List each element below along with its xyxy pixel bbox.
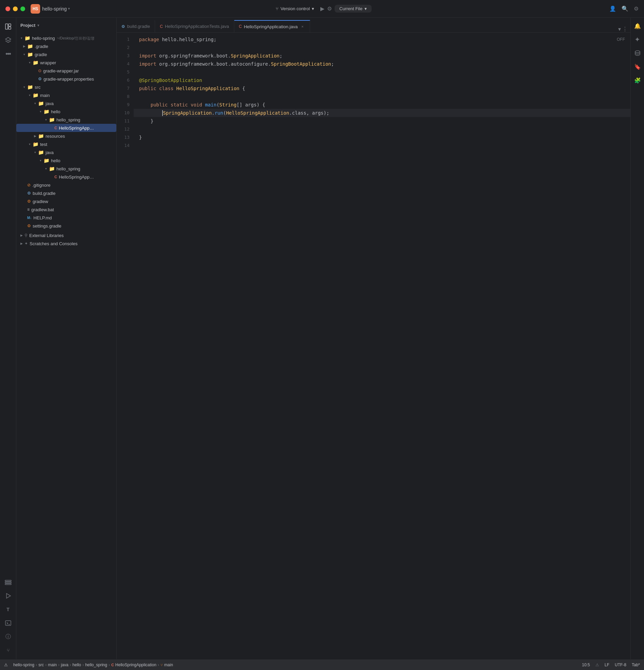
sidebar-title[interactable]: Project ▾ [21,23,39,28]
tab-split-icon[interactable]: ▾ [618,26,621,32]
activity-git-icon[interactable]: ⑂ [2,644,14,656]
breadcrumb-sep-2: › [45,662,46,667]
activity-layers-icon[interactable] [2,34,14,46]
sidebar-item-external-libs[interactable]: ▶ ⚲ External Libraries [16,231,116,239]
sidebar-item-test-hello-spring[interactable]: ▾ 📁 hello_spring [16,165,116,173]
breadcrumb-sep-6: › [108,662,110,667]
sidebar-item-hello-spring[interactable]: ▾ 📁 hello_spring [16,116,116,124]
chevron-down-icon: ▾ [22,85,27,90]
sidebar-item-hello[interactable]: ▾ 📁 hello [16,107,116,116]
database-icon[interactable] [632,48,643,58]
activity-more-icon[interactable]: ••• [2,48,14,60]
activity-project-icon[interactable] [2,21,14,33]
code-content[interactable]: OFF package hello.hello_spring; import o… [134,33,630,659]
sidebar-item-test-app[interactable]: ▶ C HelloSpringApp… [16,173,116,181]
activity-structure-icon[interactable] [2,576,14,588]
indent[interactable]: Tab* [632,662,640,667]
title-bar-right: 👤 🔍 ⚙ [609,5,639,12]
status-breadcrumb: hello-spring › src › main › java › hello… [13,662,173,667]
folder-icon: 📁 [27,43,33,49]
svg-rect-0 [5,24,8,29]
activity-font-icon[interactable]: T [2,603,14,616]
breadcrumb-class[interactable]: HelloSpringApplication [115,662,157,667]
sidebar-item-gradle[interactable]: ▾ 📁 gradle [16,50,116,58]
sidebar-item-test-java[interactable]: ▾ 📁 java [16,148,116,157]
project-dropdown-icon[interactable]: ▾ [68,6,70,11]
tab-hello-spring-app[interactable]: C HelloSpringApplication.java × [234,20,310,33]
version-control-button[interactable]: ⑂ Version control ▾ [272,5,318,13]
sidebar-item-resources[interactable]: ▶ 📁 resources [16,132,116,140]
project-avatar: HS [31,4,40,14]
activity-terminal-icon[interactable] [2,617,14,629]
chevron-down-icon: ▾ [32,101,37,106]
breadcrumb-hello-spring[interactable]: hello_spring [85,662,107,667]
chevron-down-icon: ▾ [27,142,32,147]
sidebar-item-test[interactable]: ▾ 📁 test [16,140,116,148]
run-icon[interactable]: ▶ [320,5,324,12]
minimize-button[interactable] [13,6,18,11]
tab-build-gradle[interactable]: ⚙ build.gradle [117,20,155,32]
tab-tests-java[interactable]: C HelloSpringApplicationTests.java [155,20,234,32]
sidebar-item-help-md[interactable]: ▶ M↓ HELP.md [16,214,116,222]
sidebar-item-java[interactable]: ▾ 📁 java [16,99,116,107]
bookmark-icon[interactable]: 🔖 [632,61,643,72]
settings-icon[interactable]: ⚙ [634,5,639,12]
chevron-right-icon: ▶ [32,134,37,138]
tab-close-icon[interactable]: × [299,24,305,29]
debug-icon[interactable]: ⚙ [327,5,332,12]
bat-file-icon: ≡ [27,207,30,212]
sidebar-item-src[interactable]: ▾ 📁 src [16,83,116,91]
plugin-icon[interactable]: 🧩 [632,75,643,86]
activity-info-icon[interactable]: ⓘ [2,631,14,643]
sidebar-chevron-icon: ▾ [37,24,39,27]
sidebar-item-scratches[interactable]: ▶ ✦ Scratches and Consoles [16,239,116,247]
sidebar-item-hello-spring-app[interactable]: ▶ C HelloSpringApp… [16,124,116,132]
breadcrumb-main[interactable]: main [48,662,57,667]
breadcrumb-project[interactable]: hello-spring [13,662,34,667]
sidebar-item-gradlew[interactable]: ▶ ⚙ gradlew [16,197,116,205]
folder-icon: 📁 [49,117,55,122]
settings-gradle-label: settings.gradle [32,224,62,229]
sidebar-item-gitignore[interactable]: ▶ ⊘ .gitignore [16,181,116,189]
java-label: java [45,101,54,106]
wrapper-jar-label: gradle-wrapper.jar [43,68,79,73]
breadcrumb-sep-5: › [82,662,84,667]
sidebar-item-wrapper-jar[interactable]: ▶ ⊙ gradle-wrapper.jar [16,67,116,75]
code-editor[interactable]: 1 2 3 4 5 6 7 8 9 10 11 12 13 14 OFF pac… [117,33,630,659]
cursor-position[interactable]: 10:5 [582,662,590,667]
sidebar-item-gradlew-bat[interactable]: ▶ ≡ gradlew.bat [16,205,116,214]
close-button[interactable] [5,6,10,11]
sidebar-item-wrapper[interactable]: ▾ 📁 wrapper [16,58,116,67]
chevron-down-icon: ▾ [43,166,48,171]
breadcrumb-java[interactable]: java [61,662,68,667]
code-line-10: SpringApplication.run(HelloSpringApplica… [134,109,630,117]
sidebar: Project ▾ ▾ 📁 hello-spring ~/Desktop/인프런… [16,18,117,659]
help-md-label: HELP.md [33,215,52,220]
encoding[interactable]: UTF-8 [615,662,626,667]
ai-assistant-icon[interactable]: ✦ [632,34,643,45]
line-ending[interactable]: LF [605,662,609,667]
notification-icon[interactable]: 🔔 [632,21,643,31]
sidebar-item-build-gradle[interactable]: ▶ ⚙ build.gradle [16,189,116,197]
wrapper-label: wrapper [40,60,56,65]
breadcrumb-method[interactable]: main [164,662,173,667]
svg-marker-3 [5,37,11,41]
maximize-button[interactable] [21,6,25,11]
sidebar-item-root[interactable]: ▾ 📁 hello-spring ~/Desktop/인프런/김영 [16,34,116,42]
sidebar-item-settings-gradle[interactable]: ▶ ⚙ settings.gradle [16,222,116,230]
external-lib-icon: ⚲ [25,233,28,238]
search-icon[interactable]: 🔍 [621,5,628,12]
profile-icon[interactable]: 👤 [609,5,616,12]
java-tab-icon: C [160,24,163,29]
breadcrumb-src[interactable]: src [38,662,44,667]
activity-run-icon[interactable] [2,590,14,602]
tab-more-icon[interactable]: ⋮ [622,26,628,32]
gradlew-label: gradlew [32,199,48,204]
sidebar-item-dotgradle[interactable]: ▶ 📁 .gradle [16,42,116,50]
breadcrumb-hello[interactable]: hello [72,662,81,667]
breadcrumb-sep-3: › [58,662,59,667]
current-file-button[interactable]: Current File ▾ [335,5,372,13]
sidebar-item-test-hello[interactable]: ▾ 📁 hello [16,157,116,165]
sidebar-item-main[interactable]: ▾ 📁 main [16,91,116,99]
sidebar-item-wrapper-props[interactable]: ▶ ⚙ gradle-wrapper.properties [16,75,116,83]
